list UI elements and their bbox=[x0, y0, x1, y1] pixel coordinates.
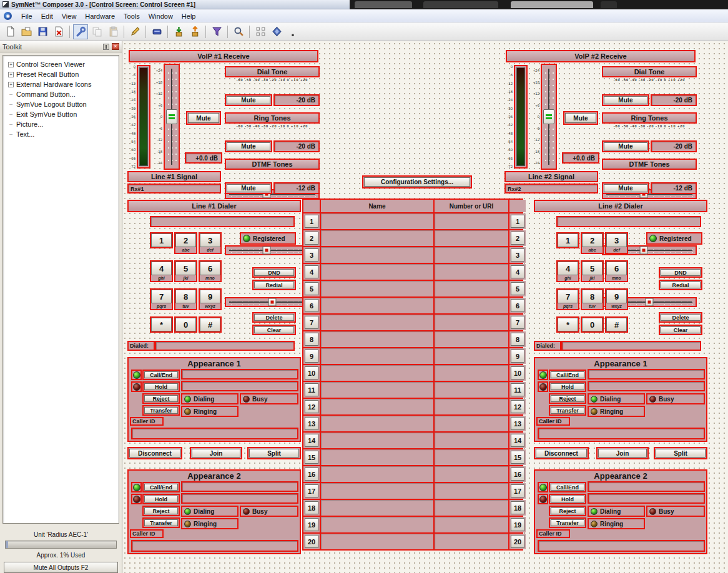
directory-name-field-9[interactable] bbox=[321, 348, 433, 364]
speed-dial-button-line1-17[interactable]: 17 bbox=[305, 484, 318, 497]
expand-icon[interactable]: + bbox=[8, 72, 14, 77]
directory-uri-field-3[interactable] bbox=[435, 247, 508, 263]
disconnect-button[interactable]: Disconnect bbox=[127, 447, 182, 459]
directory-uri-field-13[interactable] bbox=[435, 416, 508, 431]
clear-button[interactable]: Clear bbox=[659, 325, 702, 335]
speed-dial-button-line2-16[interactable]: 16 bbox=[511, 468, 524, 481]
expand-icon[interactable]: + bbox=[8, 82, 14, 87]
split-button[interactable]: Split bbox=[247, 447, 301, 459]
speed-dial-button-line1-2[interactable]: 2 bbox=[305, 232, 318, 245]
appearance-field-1[interactable] bbox=[181, 481, 298, 492]
keypad-key-3[interactable]: 3def bbox=[199, 232, 222, 254]
speed-dial-button-line1-19[interactable]: 19 bbox=[305, 518, 318, 531]
directory-name-field-15[interactable] bbox=[321, 449, 433, 465]
speed-dial-button-line2-8[interactable]: 8 bbox=[511, 333, 524, 346]
keypad-key-2[interactable]: 2abc bbox=[174, 232, 197, 254]
keypad-key-hash[interactable]: # bbox=[605, 316, 628, 333]
appearance-field-2[interactable] bbox=[181, 493, 298, 504]
directory-name-field-10[interactable] bbox=[321, 365, 433, 381]
download-from-hardware-icon[interactable] bbox=[171, 24, 186, 39]
appearance-field-2[interactable] bbox=[181, 381, 298, 391]
dnd-button[interactable]: DND bbox=[659, 267, 702, 278]
speed-dial-button-line2-19[interactable]: 19 bbox=[511, 518, 524, 531]
upload-to-hardware-icon[interactable] bbox=[187, 24, 202, 39]
speed-dial-button-line2-14[interactable]: 14 bbox=[511, 434, 524, 447]
wrench-tool-icon[interactable] bbox=[73, 24, 88, 39]
dialed-field[interactable] bbox=[155, 341, 295, 351]
paste-icon[interactable] bbox=[106, 24, 121, 39]
receive-mute-button[interactable]: Mute bbox=[563, 111, 598, 125]
call-end-button[interactable]: Call/End bbox=[142, 482, 180, 492]
speed-dial-button-line1-9[interactable]: 9 bbox=[305, 350, 318, 363]
directory-name-field-8[interactable] bbox=[321, 331, 433, 347]
close-screen-icon[interactable] bbox=[51, 24, 66, 39]
transfer-button[interactable]: Transfer bbox=[142, 517, 180, 528]
keypad-key-1[interactable]: 1 bbox=[150, 232, 173, 248]
keypad-key-0[interactable]: 0 bbox=[174, 316, 197, 333]
keypad-key-5[interactable]: 5jkl bbox=[174, 260, 197, 282]
directory-uri-field-19[interactable] bbox=[435, 517, 508, 532]
speed-dial-button-line1-6[interactable]: 6 bbox=[305, 299, 318, 312]
site-grid-icon[interactable] bbox=[253, 24, 268, 39]
gain-fader[interactable] bbox=[541, 64, 557, 170]
appearance-field-1[interactable] bbox=[588, 369, 705, 380]
directory-name-field-5[interactable] bbox=[321, 281, 433, 296]
transfer-button[interactable]: Transfer bbox=[549, 517, 586, 528]
directory-name-field-3[interactable] bbox=[321, 247, 433, 263]
menu-hardware[interactable]: Hardware bbox=[81, 11, 119, 21]
directory-name-field-12[interactable] bbox=[321, 399, 433, 414]
speed-dial-button-line2-3[interactable]: 3 bbox=[511, 248, 524, 262]
menu-window[interactable]: Window bbox=[144, 11, 177, 21]
speed-dial-button-line1-4[interactable]: 4 bbox=[305, 265, 318, 278]
hold-button[interactable]: Hold bbox=[142, 381, 180, 392]
directory-uri-field-18[interactable] bbox=[435, 500, 508, 516]
configuration-settings-button[interactable]: Configuration Settings... bbox=[362, 175, 472, 189]
speed-dial-button-line2-5[interactable]: 5 bbox=[511, 282, 524, 295]
speed-dial-button-line2-10[interactable]: 10 bbox=[511, 366, 524, 380]
mute-all-outputs-button[interactable]: Mute All Outputs F2 bbox=[4, 562, 118, 573]
speed-dial-button-line2-7[interactable]: 7 bbox=[511, 316, 524, 329]
appearance-field-2[interactable] bbox=[588, 381, 705, 391]
menu-file[interactable]: File bbox=[17, 11, 37, 21]
directory-name-field-6[interactable] bbox=[321, 298, 433, 313]
pin-icon[interactable] bbox=[103, 44, 109, 50]
appearance-field-2[interactable] bbox=[588, 493, 705, 504]
reject-button[interactable]: Reject bbox=[549, 506, 586, 516]
directory-uri-field-11[interactable] bbox=[435, 382, 508, 398]
directory-uri-field-4[interactable] bbox=[435, 264, 508, 280]
reject-button[interactable]: Reject bbox=[549, 393, 586, 404]
keypad-key-2[interactable]: 2abc bbox=[581, 232, 604, 254]
keypad-key-6[interactable]: 6mno bbox=[605, 260, 628, 282]
keypad-key-1[interactable]: 1 bbox=[556, 232, 579, 248]
speed-dial-button-line2-1[interactable]: 1 bbox=[511, 215, 524, 228]
caller-id-field[interactable] bbox=[131, 540, 298, 552]
menu-help[interactable]: Help bbox=[177, 11, 200, 21]
speed-dial-button-line2-4[interactable]: 4 bbox=[511, 265, 524, 278]
toolkit-item-external-hardware-icons[interactable]: +External Hardware Icons bbox=[4, 79, 117, 89]
speed-dial-button-line2-18[interactable]: 18 bbox=[511, 501, 524, 514]
transfer-button[interactable]: Transfer bbox=[142, 405, 180, 416]
directory-uri-field-17[interactable] bbox=[435, 483, 508, 499]
speed-dial-button-line1-18[interactable]: 18 bbox=[305, 501, 318, 514]
directory-uri-field-14[interactable] bbox=[435, 433, 508, 448]
directory-uri-field-10[interactable] bbox=[435, 365, 508, 381]
disconnect-button[interactable]: Disconnect bbox=[534, 447, 589, 459]
keypad-key-6[interactable]: 6mno bbox=[199, 260, 222, 282]
directory-name-field-1[interactable] bbox=[321, 213, 433, 229]
toolbar-overflow-icon[interactable] bbox=[285, 24, 300, 39]
call-end-button[interactable]: Call/End bbox=[142, 370, 180, 380]
directory-uri-field-20[interactable] bbox=[435, 534, 508, 549]
keypad-key-hash[interactable]: # bbox=[199, 316, 222, 333]
speed-dial-button-line2-17[interactable]: 17 bbox=[511, 484, 524, 497]
keypad-key-8[interactable]: 8tuv bbox=[581, 288, 604, 310]
directory-name-field-2[interactable] bbox=[321, 230, 433, 246]
directory-name-field-4[interactable] bbox=[321, 264, 433, 280]
speed-dial-button-line2-13[interactable]: 13 bbox=[511, 417, 524, 430]
appearance-field-1[interactable] bbox=[181, 369, 298, 380]
menu-view[interactable]: View bbox=[57, 11, 81, 21]
speed-dial-button-line1-11[interactable]: 11 bbox=[305, 383, 318, 396]
keypad-key-7[interactable]: 7pqrs bbox=[150, 288, 173, 310]
directory-name-field-18[interactable] bbox=[321, 500, 433, 516]
speed-dial-button-line2-9[interactable]: 9 bbox=[511, 350, 524, 363]
fader-handle[interactable] bbox=[543, 109, 554, 124]
